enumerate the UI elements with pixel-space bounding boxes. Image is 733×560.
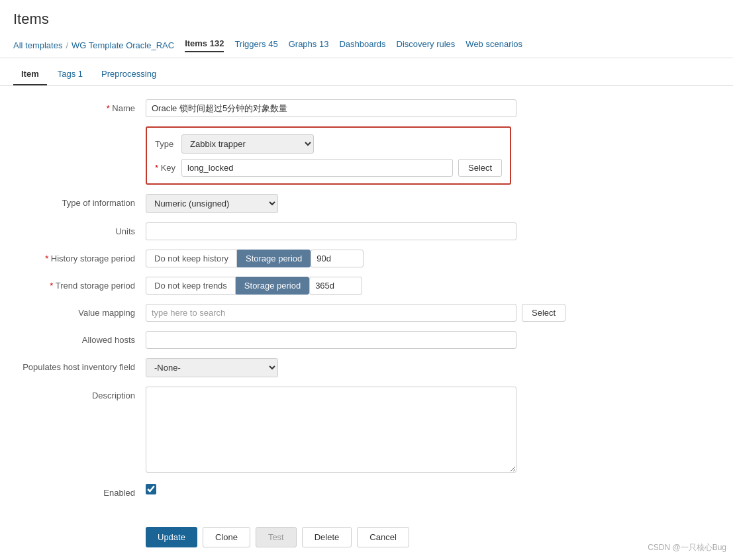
- units-field: [146, 222, 583, 240]
- form-container: Name Type Zabbix trapper Key Select: [0, 86, 596, 520]
- enabled-label: Enabled: [13, 484, 146, 498]
- nav-tab-dashboards[interactable]: Dashboards: [339, 39, 385, 52]
- type-info-select[interactable]: Numeric (unsigned) Numeric (float) Chara…: [146, 194, 278, 213]
- value-mapping-row: Value mapping Select: [13, 304, 583, 322]
- value-mapping-select-btn[interactable]: Select: [522, 304, 565, 322]
- history-row: History storage period Do not keep histo…: [13, 250, 583, 267]
- key-input[interactable]: [181, 159, 453, 177]
- type-info-field: Numeric (unsigned) Numeric (float) Chara…: [146, 194, 583, 213]
- sub-tab-item[interactable]: Item: [13, 64, 47, 85]
- type-key-spacer: [13, 126, 146, 130]
- breadcrumb-sep1: /: [66, 40, 68, 50]
- type-key-box: Type Zabbix trapper Key Select: [146, 126, 511, 185]
- breadcrumb-nav: All templates / WG Template Oracle_RAC I…: [0, 33, 733, 58]
- trend-value-input[interactable]: [309, 277, 362, 295]
- key-inner-row: Key Select: [155, 159, 502, 177]
- allowed-hosts-label: Allowed hosts: [13, 331, 146, 345]
- populates-label: Populates host inventory field: [13, 358, 146, 372]
- breadcrumb-all-templates[interactable]: All templates: [13, 40, 62, 50]
- name-label: Name: [13, 99, 146, 113]
- trend-row: Trend storage period Do not keep trends …: [13, 277, 583, 295]
- key-label: Key: [155, 163, 181, 173]
- value-mapping-label: Value mapping: [13, 304, 146, 318]
- type-label: Type: [155, 139, 181, 149]
- allowed-hosts-input[interactable]: [146, 331, 516, 349]
- history-do-not-keep-btn[interactable]: Do not keep history: [146, 250, 237, 267]
- watermark: CSDN @一只核心Bug: [648, 542, 726, 553]
- trend-label: Trend storage period: [13, 277, 146, 291]
- type-key-box-field: Type Zabbix trapper Key Select: [146, 126, 583, 185]
- type-inner-row: Type Zabbix trapper: [155, 134, 502, 154]
- cancel-button[interactable]: Cancel: [357, 527, 409, 547]
- value-mapping-input[interactable]: [146, 304, 516, 322]
- description-row: Description: [13, 387, 583, 475]
- clone-button[interactable]: Clone: [203, 527, 250, 547]
- trend-field: Do not keep trends Storage period: [146, 277, 583, 295]
- nav-tab-triggers[interactable]: Triggers 45: [234, 39, 277, 52]
- units-row: Units: [13, 222, 583, 240]
- units-label: Units: [13, 222, 146, 236]
- description-field: [146, 387, 583, 475]
- description-textarea[interactable]: [146, 387, 516, 473]
- populates-row: Populates host inventory field -None-: [13, 358, 583, 377]
- nav-tab-items[interactable]: Items 132: [185, 38, 224, 52]
- history-group: Do not keep history Storage period: [146, 250, 583, 267]
- history-label: History storage period: [13, 250, 146, 263]
- sub-tab-preprocessing[interactable]: Preprocessing: [93, 64, 164, 85]
- units-input[interactable]: [146, 222, 516, 240]
- allowed-hosts-field: [146, 331, 583, 349]
- populates-select[interactable]: -None-: [146, 358, 278, 377]
- name-row: Name: [13, 99, 583, 117]
- populates-field: -None-: [146, 358, 583, 377]
- page-header: Items: [0, 0, 733, 33]
- trend-group: Do not keep trends Storage period: [146, 277, 583, 295]
- nav-tab-web[interactable]: Web scenarios: [465, 39, 522, 52]
- sub-tab-tags[interactable]: Tags 1: [50, 64, 91, 85]
- name-input[interactable]: [146, 99, 516, 117]
- breadcrumb-template-name[interactable]: WG Template Oracle_RAC: [72, 40, 174, 50]
- enabled-row: Enabled: [13, 484, 583, 498]
- enabled-field: [146, 484, 583, 494]
- key-select-button[interactable]: Select: [458, 159, 502, 177]
- page-title: Items: [13, 11, 720, 28]
- trend-do-not-keep-btn[interactable]: Do not keep trends: [146, 277, 236, 295]
- type-info-row: Type of information Numeric (unsigned) N…: [13, 194, 583, 213]
- value-mapping-field: Select: [146, 304, 583, 322]
- type-info-label: Type of information: [13, 194, 146, 208]
- sub-tabs: Item Tags 1 Preprocessing: [0, 64, 733, 86]
- enabled-checkbox[interactable]: [146, 484, 156, 494]
- delete-button[interactable]: Delete: [302, 527, 352, 547]
- type-select[interactable]: Zabbix trapper: [181, 134, 314, 154]
- nav-tab-discovery[interactable]: Discovery rules: [397, 39, 456, 52]
- allowed-hosts-row: Allowed hosts: [13, 331, 583, 349]
- history-value-input[interactable]: [311, 250, 364, 267]
- description-label: Description: [13, 387, 146, 400]
- history-field: Do not keep history Storage period: [146, 250, 583, 267]
- history-storage-period-btn[interactable]: Storage period: [237, 250, 311, 267]
- type-key-row: Type Zabbix trapper Key Select: [13, 126, 583, 185]
- update-button[interactable]: Update: [146, 527, 197, 547]
- name-field: [146, 99, 583, 117]
- trend-storage-period-btn[interactable]: Storage period: [236, 277, 309, 295]
- action-buttons: Update Clone Test Delete Cancel: [0, 520, 733, 560]
- nav-tab-graphs[interactable]: Graphs 13: [289, 39, 329, 52]
- test-button[interactable]: Test: [256, 527, 297, 547]
